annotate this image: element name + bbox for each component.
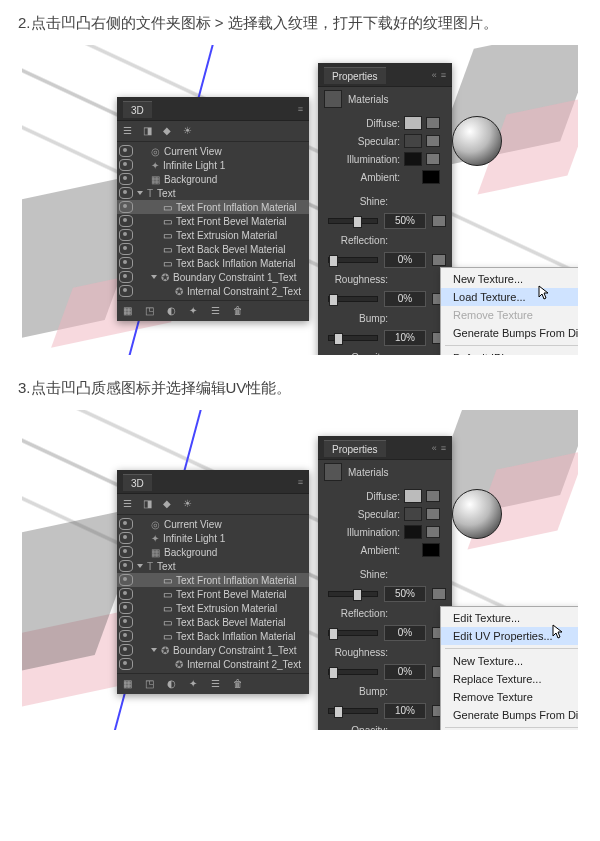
eye-icon[interactable] <box>119 201 133 213</box>
slider-roughness[interactable]: Roughness: <box>318 272 452 289</box>
slider-thumb[interactable] <box>334 333 343 345</box>
list-item[interactable]: ✦Infinite Light 1 <box>117 531 309 545</box>
light-icon[interactable]: ☀ <box>183 125 195 137</box>
list-item[interactable]: TText <box>117 559 309 573</box>
eye-icon[interactable] <box>119 229 133 241</box>
slider-thumb[interactable] <box>329 255 338 267</box>
list-item[interactable]: ✪Internal Constraint 2_Text <box>117 657 309 671</box>
eye-icon[interactable] <box>119 560 133 572</box>
folder-icon[interactable] <box>426 526 440 538</box>
list-item[interactable]: ✪Internal Constraint 2_Text <box>117 284 309 298</box>
folder-icon[interactable] <box>426 135 440 147</box>
menu-replace-texture[interactable]: Replace Texture... <box>441 670 578 688</box>
icon[interactable]: ◳ <box>145 678 157 690</box>
folder-icon[interactable] <box>426 153 440 165</box>
list-item[interactable]: ▦Background <box>117 545 309 559</box>
eye-icon[interactable] <box>119 215 133 227</box>
folder-icon[interactable] <box>426 117 440 129</box>
eye-icon[interactable] <box>119 271 133 283</box>
eye-icon[interactable] <box>119 187 133 199</box>
list-item[interactable]: ▭Text Extrusion Material <box>117 601 309 615</box>
panel-3d-controls[interactable]: ≡ <box>294 103 303 114</box>
menu-new-texture[interactable]: New Texture... <box>441 270 578 288</box>
panel-3d-tab[interactable]: 3D <box>123 474 152 491</box>
menu-generate-bumps[interactable]: Generate Bumps From Diffuse... <box>441 706 578 724</box>
panel-props-controls[interactable]: «≡ <box>428 442 446 453</box>
eye-icon[interactable] <box>119 145 133 157</box>
swatch[interactable] <box>404 489 422 503</box>
folder-icon[interactable] <box>432 215 446 227</box>
trash-icon[interactable]: 🗑 <box>233 305 245 317</box>
icon[interactable]: ☰ <box>211 305 223 317</box>
eye-icon[interactable] <box>119 257 133 269</box>
slider-opacity[interactable]: Opacity: <box>318 350 452 355</box>
eye-icon[interactable] <box>119 532 133 544</box>
slider-track[interactable] <box>328 591 378 597</box>
slider-thumb[interactable] <box>329 294 338 306</box>
slider-shine[interactable]: Shine: <box>318 194 452 211</box>
value[interactable]: 50% <box>384 213 426 229</box>
panel-props-tab[interactable]: Properties <box>324 440 386 457</box>
folder-icon[interactable] <box>426 508 440 520</box>
list-item[interactable]: ▭Text Back Inflation Material <box>117 256 309 270</box>
list-item[interactable]: ✦Infinite Light 1 <box>117 158 309 172</box>
eye-icon[interactable] <box>119 546 133 558</box>
mesh-icon[interactable]: ◆ <box>163 498 175 510</box>
list-item[interactable]: ▭Text Extrusion Material <box>117 228 309 242</box>
icon[interactable]: ▦ <box>123 678 135 690</box>
eye-icon[interactable] <box>119 285 133 297</box>
icon[interactable]: ✦ <box>189 305 201 317</box>
swatch[interactable] <box>422 170 440 184</box>
filter-icon[interactable]: ☰ <box>123 125 135 137</box>
value[interactable]: 0% <box>384 625 426 641</box>
camera-icon[interactable]: ◨ <box>143 125 155 137</box>
eye-icon[interactable] <box>119 658 133 670</box>
panel-3d-controls[interactable]: ≡ <box>294 476 303 487</box>
value[interactable]: 0% <box>384 291 426 307</box>
value[interactable]: 0% <box>384 664 426 680</box>
slider-track[interactable] <box>328 708 378 714</box>
slider-thumb[interactable] <box>353 216 362 228</box>
eye-icon[interactable] <box>119 588 133 600</box>
list-item[interactable]: TText <box>117 186 309 200</box>
eye-icon[interactable] <box>119 574 133 586</box>
list-item[interactable]: ▭Text Back Bevel Material <box>117 615 309 629</box>
menu-default-ibl[interactable]: Default IBL <box>441 349 578 355</box>
folder-icon[interactable] <box>426 490 440 502</box>
menu-remove-texture[interactable]: Remove Texture <box>441 688 578 706</box>
eye-icon[interactable] <box>119 243 133 255</box>
folder-icon[interactable] <box>432 588 446 600</box>
swatch[interactable] <box>404 116 422 130</box>
slider-track[interactable] <box>328 257 378 263</box>
icon[interactable]: ☰ <box>211 678 223 690</box>
list-item[interactable]: ▭Text Front Bevel Material <box>117 587 309 601</box>
icon[interactable]: ◐ <box>167 678 179 690</box>
swatch[interactable] <box>404 525 422 539</box>
eye-icon[interactable] <box>119 159 133 171</box>
swatch[interactable] <box>404 134 422 148</box>
eye-icon[interactable] <box>119 644 133 656</box>
material-preview[interactable] <box>452 489 502 539</box>
slider-reflection[interactable]: Reflection: <box>318 233 452 250</box>
trash-icon[interactable]: 🗑 <box>233 678 245 690</box>
slider-bump[interactable]: Bump: <box>318 311 452 328</box>
mesh-icon[interactable]: ◆ <box>163 125 175 137</box>
icon[interactable]: ▦ <box>123 305 135 317</box>
slider-thumb[interactable] <box>353 589 362 601</box>
value[interactable]: 10% <box>384 330 426 346</box>
slider-thumb[interactable] <box>329 628 338 640</box>
slider-track[interactable] <box>328 630 378 636</box>
value[interactable]: 50% <box>384 586 426 602</box>
list-item[interactable]: ◎Current View <box>117 517 309 531</box>
menu-new-texture[interactable]: New Texture... <box>441 652 578 670</box>
list-item[interactable]: ✪Boundary Constraint 1_Text <box>117 270 309 284</box>
icon[interactable]: ◳ <box>145 305 157 317</box>
swatch[interactable] <box>404 507 422 521</box>
swatch[interactable] <box>404 152 422 166</box>
menu-generate-bumps[interactable]: Generate Bumps From Diffuse... <box>441 324 578 342</box>
value[interactable]: 10% <box>384 703 426 719</box>
list-item[interactable]: ▭Text Back Inflation Material <box>117 629 309 643</box>
eye-icon[interactable] <box>119 173 133 185</box>
list-item[interactable]: ▭Text Front Bevel Material <box>117 214 309 228</box>
slider-track[interactable] <box>328 218 378 224</box>
